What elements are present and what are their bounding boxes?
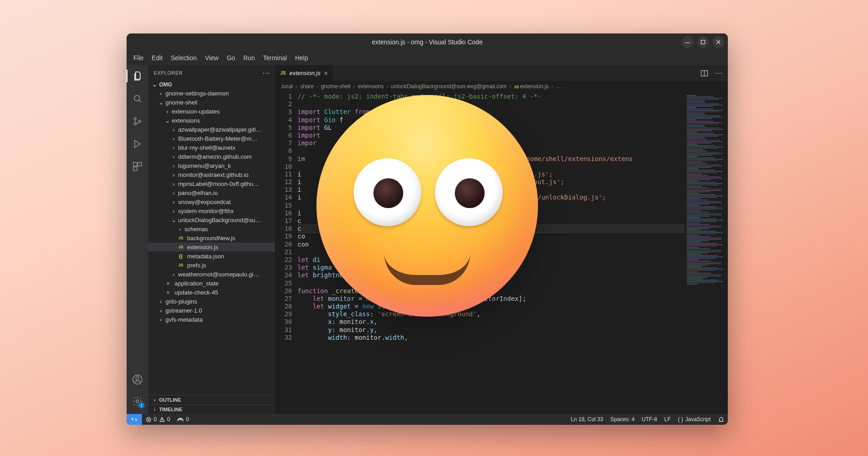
- menu-help[interactable]: Help: [291, 52, 312, 63]
- cursor-position[interactable]: Ln 18, Col 33: [567, 416, 607, 423]
- code-line[interactable]: width: monitor.width,: [297, 334, 684, 342]
- tree-row[interactable]: ›mprisLabel@moon-0xff.githu…: [148, 179, 275, 188]
- explorer-icon[interactable]: [131, 70, 144, 82]
- svg-point-1: [134, 95, 140, 101]
- file-tree[interactable]: ›gnome-settings-daemon⌄gnome-shell›exten…: [148, 89, 275, 395]
- tree-row[interactable]: ›Bluetooth-Battery-Meter@m…: [148, 134, 275, 143]
- close-button[interactable]: [712, 36, 724, 48]
- ports-indicator[interactable]: 0: [174, 416, 193, 423]
- chevron-right-icon: ›: [165, 108, 170, 115]
- eol[interactable]: LF: [661, 416, 675, 423]
- menu-edit[interactable]: Edit: [148, 52, 167, 63]
- language-mode[interactable]: { } JavaScript: [675, 416, 714, 423]
- source-control-icon[interactable]: [131, 115, 144, 128]
- tree-row[interactable]: ›monitor@astraext.github.io: [148, 170, 275, 179]
- tree-row[interactable]: ›extension-updates: [148, 107, 275, 116]
- tree-label: backgroundNew.js: [187, 235, 235, 242]
- tree-row[interactable]: ›schemas: [148, 224, 275, 233]
- tree-row[interactable]: ⌄gnome-shell: [148, 98, 275, 107]
- root-folder-label: OMG: [159, 81, 172, 88]
- tree-row[interactable]: ›azwallpaper@azwallpaper.gitl…: [148, 125, 275, 134]
- tabs-bar: JS extension.js × ⋯: [275, 65, 728, 81]
- breadcrumb-segment[interactable]: JS extension.js: [514, 83, 549, 90]
- remote-indicator[interactable]: [127, 414, 142, 425]
- settings-gear-icon[interactable]: 1: [131, 395, 144, 408]
- menu-selection[interactable]: Selection: [167, 52, 201, 63]
- tree-row[interactable]: ≡update-check-45: [148, 288, 275, 297]
- tree-label: pano@elhan.io: [178, 190, 218, 196]
- tree-row[interactable]: ⌄unlockDialogBackground@su…: [148, 215, 275, 224]
- encoding[interactable]: UTF-8: [638, 416, 661, 423]
- run-debug-icon[interactable]: [131, 138, 144, 150]
- chevron-right-icon: ›: [552, 83, 553, 90]
- ports-count: 0: [186, 416, 189, 423]
- editor-actions: ⋯: [695, 65, 728, 81]
- chevron-right-icon: ›: [152, 397, 157, 403]
- minimize-button[interactable]: –: [682, 36, 693, 48]
- menu-run[interactable]: Run: [239, 52, 259, 63]
- menu-file[interactable]: File: [129, 52, 148, 63]
- code-line[interactable]: x: monitor.x,: [297, 318, 684, 326]
- problems-indicator[interactable]: 0 0: [142, 416, 174, 423]
- braces-icon: { }: [678, 416, 683, 423]
- maximize-button[interactable]: [697, 36, 709, 48]
- tree-row[interactable]: JSextension.js: [148, 242, 275, 252]
- accounts-icon[interactable]: [131, 373, 144, 386]
- more-actions-icon[interactable]: ⋯: [715, 69, 722, 77]
- breadcrumb-segment[interactable]: unlockDialogBackground@sun.wxg@gmail.com: [391, 83, 507, 90]
- tree-row[interactable]: JSbackgroundNew.js: [148, 233, 275, 242]
- tab-extension-js[interactable]: JS extension.js ×: [275, 65, 334, 81]
- split-editor-icon[interactable]: [701, 70, 708, 77]
- breadcrumb-segment[interactable]: .local: [280, 83, 293, 90]
- tree-row[interactable]: {}metadata.json: [148, 252, 275, 261]
- explorer-root[interactable]: ⌄ OMG: [148, 81, 275, 89]
- extensions-icon[interactable]: [131, 160, 144, 173]
- tree-row[interactable]: ›grilo-plugins: [148, 297, 275, 306]
- tree-row[interactable]: ›gnome-settings-daemon: [148, 89, 275, 98]
- chevron-right-icon: ›: [158, 307, 164, 314]
- breadcrumb-segment[interactable]: gnome-shell: [321, 83, 350, 90]
- window-title: extension.js - omg - Visual Studio Code: [372, 38, 483, 46]
- timeline-section[interactable]: › TIMELINE: [148, 404, 275, 414]
- chevron-right-icon: ›: [171, 153, 176, 160]
- search-icon[interactable]: [131, 92, 144, 105]
- tree-row[interactable]: ≡application_state: [148, 279, 275, 288]
- tree-label: grilo-plugins: [165, 298, 197, 305]
- tree-row[interactable]: JSprefs.js: [148, 261, 275, 270]
- minimap[interactable]: [684, 92, 728, 414]
- tree-row[interactable]: ⌄extensions: [148, 116, 275, 125]
- tree-row[interactable]: ›system-monitor@fthx: [148, 206, 275, 215]
- menu-view[interactable]: View: [201, 52, 222, 63]
- activity-bar: 1: [127, 65, 148, 414]
- tree-label: azwallpaper@azwallpaper.gitl…: [178, 126, 261, 133]
- tree-row[interactable]: ›gstreamer-1.0: [148, 306, 275, 315]
- tree-row[interactable]: ›gvfs-metadata: [148, 315, 275, 324]
- menu-go[interactable]: Go: [222, 52, 239, 63]
- menu-terminal[interactable]: Terminal: [259, 52, 291, 63]
- chevron-right-icon: ›: [171, 190, 176, 196]
- notifications-icon[interactable]: [714, 416, 728, 423]
- tree-row[interactable]: ›snowy@exposedcat: [148, 197, 275, 206]
- breadcrumb-segment[interactable]: extensions: [358, 83, 383, 90]
- tree-row[interactable]: ›weatherornot@somepaulo.gi…: [148, 270, 275, 279]
- tree-row[interactable]: ›logomenu@aryan_k: [148, 161, 275, 170]
- svg-point-2: [134, 118, 137, 120]
- line-gutter: 1234567891011121314151617181920212223242…: [275, 92, 297, 414]
- tree-row[interactable]: ›ddterm@amezin.github.com: [148, 152, 275, 161]
- outline-section[interactable]: › OUTLINE: [148, 395, 275, 404]
- breadcrumb-segment[interactable]: …: [556, 83, 561, 90]
- chevron-down-icon: ⌄: [171, 217, 176, 223]
- tree-label: application_state: [175, 280, 219, 287]
- indentation[interactable]: Spaces: 4: [607, 416, 638, 423]
- code-line[interactable]: y: monitor.y,: [297, 326, 684, 334]
- chevron-right-icon: ›: [353, 83, 355, 90]
- close-tab-icon[interactable]: ×: [324, 70, 328, 77]
- tree-row[interactable]: ›pano@elhan.io: [148, 188, 275, 197]
- tree-row[interactable]: ›blur-my-shell@aunetx: [148, 143, 275, 152]
- breadcrumbs[interactable]: .local›share›gnome-shell›extensions›unlo…: [275, 81, 728, 92]
- chevron-right-icon: ›: [158, 298, 164, 305]
- explorer-more-icon[interactable]: ⋯: [262, 69, 270, 77]
- breadcrumb-segment[interactable]: share: [300, 83, 314, 90]
- titlebar[interactable]: extension.js - omg - Visual Studio Code …: [127, 33, 728, 51]
- svg-rect-6: [138, 162, 142, 166]
